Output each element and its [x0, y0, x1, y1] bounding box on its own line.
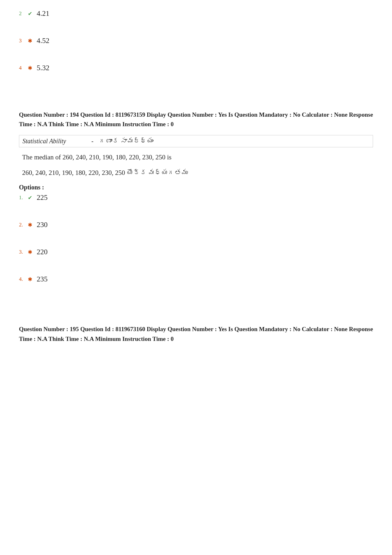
question-194-text-en: The median of 260, 240, 210, 190, 180, 2… [22, 152, 370, 163]
q194-option-1: 1. ✔ 225 [19, 194, 373, 202]
q194-option-3: 3. ✱ 220 [19, 248, 373, 256]
prev-option-3-number: 3 [19, 38, 28, 44]
options-label-194: Options : [19, 184, 373, 191]
q194-option-1-value: 225 [37, 194, 48, 202]
q194-option-3-value: 220 [37, 248, 48, 256]
prev-option-3-value: 4.52 [37, 37, 49, 45]
subject-english: Statistical Ability [22, 138, 86, 145]
prev-option-4-value: 5.32 [37, 64, 49, 72]
question-194-text-te: 260, 240, 210, 190, 180, 220, 230, 250 య… [22, 167, 370, 179]
prev-option-4: 4 ✱ 5.32 [19, 64, 373, 72]
q194-option-2: 2. ✱ 230 [19, 221, 373, 229]
q194-option-1-check-icon: ✔ [28, 194, 32, 201]
q194-option-2-cross-icon: ✱ [28, 222, 32, 228]
subject-dash: - [91, 138, 94, 145]
subject-telugu: గణాంక సామర్థ్యం [99, 137, 154, 145]
subject-line: Statistical Ability - గణాంక సామర్థ్యం [19, 135, 373, 147]
question-194-meta: Question Number : 194 Question Id : 8119… [19, 110, 373, 129]
prev-option-4-number: 4 [19, 65, 28, 71]
prev-option-2-check-icon: ✔ [28, 10, 32, 17]
prev-option-4-cross-icon: ✱ [28, 65, 32, 71]
q194-option-4: 4. ✱ 235 [19, 275, 373, 283]
q194-option-4-number: 4. [19, 276, 28, 282]
prev-option-2: 2 ✔ 4.21 [19, 9, 373, 18]
prev-option-2-value: 4.21 [37, 9, 49, 18]
q194-option-2-value: 230 [37, 221, 48, 229]
q194-option-4-cross-icon: ✱ [28, 276, 32, 283]
q194-option-3-cross-icon: ✱ [28, 249, 32, 256]
prev-option-3-cross-icon: ✱ [28, 38, 32, 44]
q194-option-3-number: 3. [19, 249, 28, 255]
prev-option-3: 3 ✱ 4.52 [19, 37, 373, 45]
q194-option-2-number: 2. [19, 222, 28, 228]
q194-option-1-number: 1. [19, 194, 28, 201]
question-195-meta: Question Number : 195 Question Id : 8119… [19, 324, 373, 344]
q194-option-4-value: 235 [37, 275, 48, 283]
prev-option-2-number: 2 [19, 10, 28, 17]
